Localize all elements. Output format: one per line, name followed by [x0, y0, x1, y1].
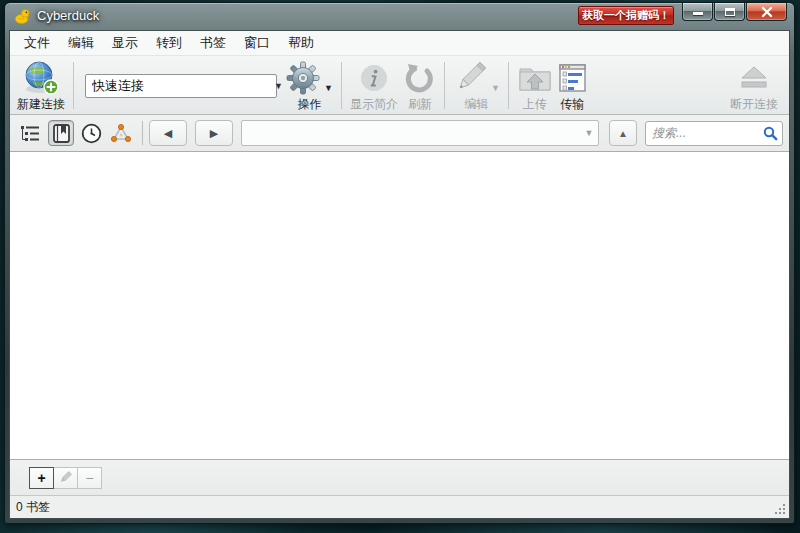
- transfers-icon: [559, 59, 586, 97]
- action-dropdown-icon: ▼: [324, 83, 333, 97]
- menu-bookmark[interactable]: 书签: [191, 31, 235, 55]
- history-view-button[interactable]: [78, 120, 104, 146]
- window-title: Cyberduck: [37, 8, 99, 23]
- upload-button[interactable]: 上传: [514, 58, 556, 113]
- disconnect-label: 断开连接: [730, 97, 778, 111]
- caption-buttons: [681, 3, 787, 21]
- transfers-button[interactable]: 传输: [556, 58, 589, 113]
- back-button[interactable]: ◀: [149, 120, 187, 146]
- edit-dropdown-icon: ▼: [491, 83, 500, 97]
- up-icon: ▲: [618, 128, 628, 139]
- bookmark-list[interactable]: [10, 152, 789, 459]
- back-icon: ◀: [164, 127, 172, 140]
- info-icon: [359, 59, 389, 97]
- edit-bookmark-button[interactable]: [53, 467, 78, 489]
- minus-icon: −: [85, 470, 93, 486]
- forward-button[interactable]: ▶: [195, 120, 233, 146]
- toolbar-separator: [444, 62, 445, 109]
- main-toolbar: 新建连接 ▼: [10, 56, 789, 115]
- browser-bar-separator: [142, 121, 143, 145]
- donate-label: 获取一个捐赠码！: [582, 8, 670, 23]
- edit-label: 编辑: [464, 97, 488, 111]
- add-bookmark-button[interactable]: +: [29, 467, 54, 489]
- outline-view-icon: [21, 125, 41, 142]
- menu-file[interactable]: 文件: [15, 31, 59, 55]
- toolbar-separator: [73, 62, 74, 109]
- menu-help[interactable]: 帮助: [279, 31, 323, 55]
- transfers-label: 传输: [560, 97, 584, 111]
- plus-icon: +: [37, 470, 45, 486]
- globe-plus-icon: [22, 59, 60, 97]
- menu-view[interactable]: 显示: [103, 31, 147, 55]
- maximize-button[interactable]: [714, 3, 745, 21]
- quick-connect-dropdown-icon[interactable]: ▼: [274, 81, 283, 91]
- outline-view-button[interactable]: [18, 120, 44, 146]
- bookmark-count: 0 书签: [16, 499, 50, 516]
- pencil-small-icon: [59, 471, 72, 484]
- cyberduck-window: Cyberduck 获取一个捐赠码！ 文件 编辑 显示 转到: [4, 2, 795, 524]
- upload-label: 上传: [523, 97, 547, 111]
- close-icon: [761, 6, 773, 18]
- search-icon[interactable]: [763, 126, 778, 141]
- action-label: 操作: [297, 97, 321, 111]
- new-connection-label: 新建连接: [17, 97, 65, 111]
- refresh-button[interactable]: 刷新: [401, 58, 439, 113]
- clock-icon: [81, 123, 102, 144]
- eject-icon: [738, 59, 770, 97]
- quick-connect-combo[interactable]: ▼: [85, 74, 277, 98]
- gear-icon: [286, 61, 320, 95]
- menu-go[interactable]: 转到: [147, 31, 191, 55]
- forward-icon: ▶: [210, 127, 218, 140]
- quick-connect-input[interactable]: [86, 78, 274, 93]
- refresh-label: 刷新: [408, 97, 432, 111]
- minimize-button[interactable]: [682, 3, 713, 21]
- path-dropdown[interactable]: ▼: [241, 120, 599, 146]
- close-button[interactable]: [746, 3, 787, 21]
- bonjour-view-button[interactable]: [108, 120, 134, 146]
- menu-edit[interactable]: 编辑: [59, 31, 103, 55]
- title-bar[interactable]: Cyberduck 获取一个捐赠码！: [5, 3, 794, 30]
- go-up-button[interactable]: ▲: [609, 120, 637, 146]
- folder-upload-icon: [517, 59, 553, 97]
- bookmark-icon: [53, 124, 70, 143]
- search-input[interactable]: [652, 126, 763, 140]
- disconnect-button[interactable]: 断开连接: [727, 58, 781, 113]
- client-area: 文件 编辑 显示 转到 书签 窗口 帮助: [9, 30, 790, 519]
- resize-grip[interactable]: [774, 503, 786, 515]
- menu-window[interactable]: 窗口: [235, 31, 279, 55]
- minimize-icon: [693, 12, 703, 15]
- status-bar: 0 书签: [10, 495, 789, 518]
- get-info-button[interactable]: 显示简介: [347, 58, 401, 113]
- pencil-icon: [453, 62, 487, 94]
- toolbar-spacer: [589, 58, 727, 113]
- bonjour-icon: [109, 123, 133, 144]
- browser-bar: ◀ ▶ ▼ ▲: [10, 115, 789, 152]
- duck-icon: [14, 8, 31, 25]
- new-connection-button[interactable]: 新建连接: [14, 58, 68, 113]
- maximize-icon: [725, 8, 735, 16]
- search-box: [645, 121, 783, 146]
- path-dropdown-icon: ▼: [580, 128, 598, 138]
- donate-button[interactable]: 获取一个捐赠码！: [578, 6, 674, 25]
- toolbar-separator: [341, 62, 342, 109]
- bookmarks-view-button[interactable]: [48, 120, 74, 146]
- get-info-label: 显示简介: [350, 97, 398, 111]
- refresh-icon: [404, 59, 436, 97]
- remove-bookmark-button[interactable]: −: [77, 467, 102, 489]
- bookmark-toolbar: + −: [10, 459, 789, 495]
- toolbar-separator: [508, 62, 509, 109]
- menu-bar: 文件 编辑 显示 转到 书签 窗口 帮助: [10, 31, 789, 56]
- action-button[interactable]: ▼ 操作: [283, 58, 336, 113]
- desktop: Cyberduck 获取一个捐赠码！ 文件 编辑 显示 转到: [0, 0, 800, 533]
- edit-button[interactable]: ▼ 编辑: [450, 58, 503, 113]
- quick-connect-wrap: ▼: [85, 58, 277, 113]
